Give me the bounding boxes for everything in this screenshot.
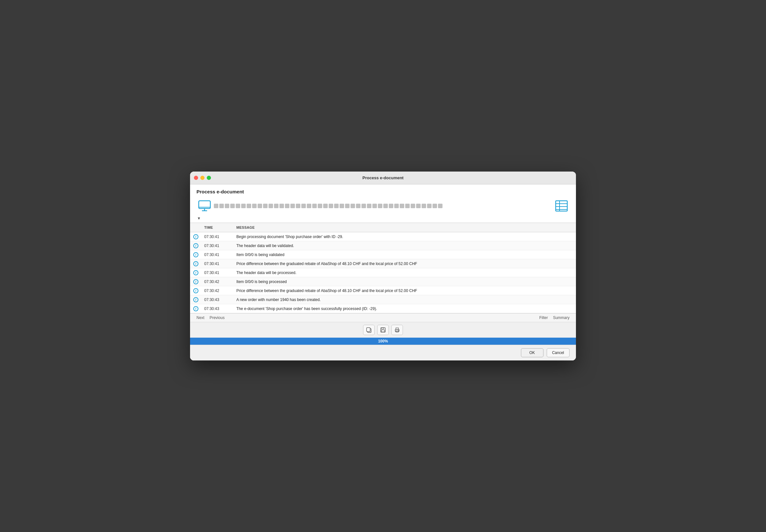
window-title: Process e-document — [362, 175, 404, 180]
row-message: Begin processing document 'Shop purchase… — [234, 233, 576, 240]
svg-rect-10 — [367, 328, 370, 332]
row-time: 07:30:42 — [202, 287, 234, 294]
row-time: 07:30:43 — [202, 296, 234, 303]
titlebar: Process e-document — [190, 172, 576, 184]
previous-button[interactable]: Previous — [210, 315, 225, 320]
step-dot — [400, 204, 404, 208]
step-dot — [356, 204, 361, 208]
save-button[interactable] — [377, 325, 389, 335]
progress-bar-label: 100% — [378, 339, 388, 343]
minimize-button[interactable] — [201, 176, 205, 180]
step-dot — [416, 204, 421, 208]
row-info-icon: i — [190, 242, 202, 250]
toolbar — [190, 322, 576, 338]
col-icon-header — [190, 225, 202, 230]
row-message: A new order with number 1940 has been cr… — [234, 296, 576, 303]
step-dot — [438, 204, 442, 208]
step-dot — [323, 204, 328, 208]
step-dot — [219, 204, 224, 208]
step-dot — [427, 204, 432, 208]
close-button[interactable] — [194, 176, 198, 180]
window-body: Process e-document — [190, 184, 576, 360]
row-time: 07:30:41 — [202, 251, 234, 258]
step-dot — [247, 204, 251, 208]
step-dot — [252, 204, 257, 208]
filter-button[interactable]: Filter — [539, 315, 548, 320]
table-row: i 07:30:41 The header data will be valid… — [190, 241, 576, 250]
table-row: i 07:30:41 The header data will be proce… — [190, 268, 576, 277]
step-dot — [422, 204, 426, 208]
step-dot — [432, 204, 437, 208]
log-table: i 07:30:41 Begin processing document 'Sh… — [190, 232, 576, 313]
collapse-button[interactable]: ▾ — [197, 215, 201, 221]
step-dot — [241, 204, 246, 208]
step-dot — [411, 204, 415, 208]
row-time: 07:30:41 — [202, 233, 234, 240]
row-info-icon: i — [190, 296, 202, 304]
maximize-button[interactable] — [207, 176, 211, 180]
page-title: Process e-document — [197, 189, 569, 194]
step-dot — [394, 204, 399, 208]
start-step-icon — [197, 199, 213, 213]
step-dot — [389, 204, 393, 208]
step-dot — [372, 204, 377, 208]
row-time: 07:30:41 — [202, 269, 234, 276]
row-message: The header data will be processed. — [234, 269, 576, 276]
table-header: TIME MESSAGE — [190, 223, 576, 232]
print-button[interactable] — [391, 325, 403, 335]
table-row: i 07:30:42 Price difference between the … — [190, 286, 576, 295]
table-row: i 07:30:42 Item 0/0/0 is being processed — [190, 277, 576, 286]
row-message: Price difference between the graduated r… — [234, 287, 576, 294]
footer-buttons: OK Cancel — [190, 345, 576, 360]
svg-rect-13 — [381, 330, 385, 332]
step-dot — [383, 204, 388, 208]
header-section: Process e-document — [190, 184, 576, 214]
row-message: Price difference between the graduated r… — [234, 260, 576, 267]
row-message: The e-document 'Shop purchase order' has… — [234, 305, 576, 312]
step-dot — [340, 204, 344, 208]
steps-dots — [214, 204, 552, 208]
bottom-nav: Next Previous — [197, 315, 225, 320]
traffic-lights — [194, 176, 211, 180]
step-dot — [236, 204, 240, 208]
step-dot — [334, 204, 339, 208]
step-dot — [367, 204, 371, 208]
summary-button[interactable]: Summary — [553, 315, 569, 320]
row-info-icon: i — [190, 251, 202, 259]
step-dot — [329, 204, 333, 208]
row-message: The header data will be validated. — [234, 242, 576, 249]
progress-bar-container: 100% — [190, 338, 576, 345]
ok-button[interactable]: OK — [521, 348, 543, 357]
svg-point-17 — [398, 330, 399, 331]
table-row: i 07:30:41 Begin processing document 'Sh… — [190, 232, 576, 241]
step-dot — [307, 204, 311, 208]
row-time: 07:30:41 — [202, 260, 234, 267]
step-dot — [269, 204, 273, 208]
step-dot — [312, 204, 317, 208]
table-row: i 07:30:41 Price difference between the … — [190, 259, 576, 268]
step-dot — [285, 204, 290, 208]
bottom-bar: Next Previous Filter Summary — [190, 313, 576, 322]
step-dot — [378, 204, 382, 208]
row-info-icon: i — [190, 287, 202, 295]
steps-bar — [197, 199, 569, 213]
table-row: i 07:30:43 The e-document 'Shop purchase… — [190, 304, 576, 313]
next-button[interactable]: Next — [197, 315, 205, 320]
row-info-icon: i — [190, 260, 202, 268]
step-dot — [351, 204, 355, 208]
step-dot — [345, 204, 350, 208]
step-dot — [405, 204, 410, 208]
bottom-right-actions: Filter Summary — [539, 315, 569, 320]
cancel-button[interactable]: Cancel — [547, 348, 569, 357]
step-dot — [280, 204, 284, 208]
end-step-icon — [553, 199, 569, 213]
copy-button[interactable] — [363, 325, 375, 335]
row-message: Item 0/0/0 is being validated — [234, 251, 576, 258]
table-row: i 07:30:41 Item 0/0/0 is being validated — [190, 250, 576, 259]
step-dot — [296, 204, 300, 208]
row-info-icon: i — [190, 305, 202, 313]
table-row: i 07:30:43 A new order with number 1940 … — [190, 295, 576, 304]
col-time-header: TIME — [202, 225, 234, 230]
step-dot — [301, 204, 306, 208]
main-window: Process e-document Process e-document — [190, 172, 576, 360]
